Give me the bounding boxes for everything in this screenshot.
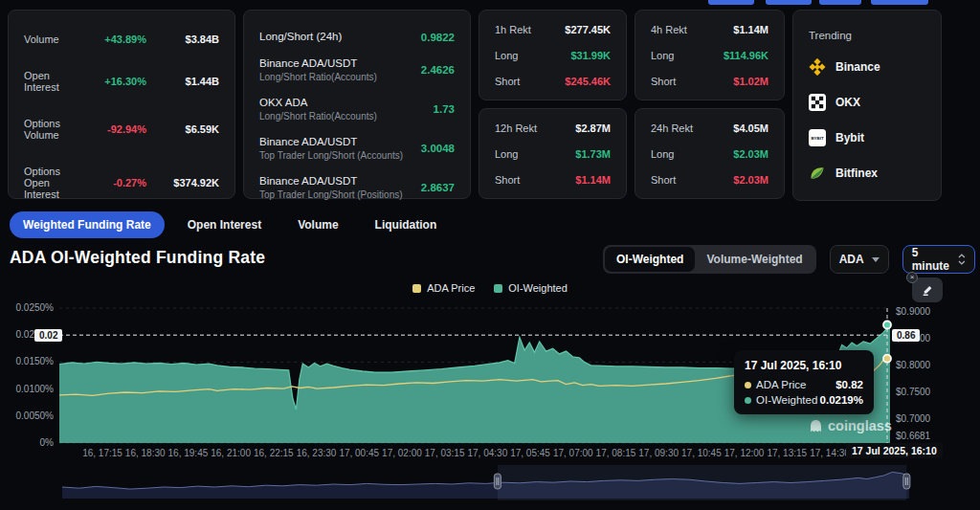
y-axis-right-tick: $0.6681 [896, 431, 931, 441]
watermark-text: coinglass [828, 418, 892, 433]
x-axis-tick: 17, 08:15 [596, 448, 636, 458]
y-axis-right-tick: $0.9000 [896, 306, 931, 317]
y-axis-left-tick: 0.0250% [16, 302, 55, 313]
tooltip-series-dot [745, 397, 751, 404]
navigator-selection[interactable] [498, 465, 906, 500]
x-axis-tick: 17, 13:15 [767, 448, 807, 458]
x-axis-tick: 17, 10:45 [681, 448, 722, 458]
y-axis-right-tick: $0.7000 [896, 413, 931, 424]
y-axis-right-tick: $0.7500 [896, 387, 931, 397]
x-axis-tick: 17, 09:30 [638, 448, 679, 458]
tooltip-series-value: 0.0219% [820, 394, 863, 406]
dashboard: Volume+43.89%$3.84BOpen Interest+16.30%$… [0, 0, 980, 510]
tooltip-title: 17 Jul 2025, 16:10 [745, 359, 863, 372]
crosshair-left-value: 0.02 [34, 329, 62, 342]
x-axis-tick: 17, 03:15 [425, 448, 465, 458]
x-axis-tick: 16, 22:15 [254, 448, 294, 458]
series-end-dot-ada-price [883, 355, 891, 363]
x-axis-tick: 16, 17:15 [82, 448, 122, 458]
x-axis-tick: 17, 04:30 [467, 448, 507, 458]
tooltip-row-oi-weighted: OI-Weighted0.0219% [745, 394, 863, 406]
x-axis-tick: 17, 14:30 [810, 448, 850, 458]
x-axis-tick: 16, 23:30 [297, 448, 337, 458]
series-end-dot-oi-weighted [883, 321, 891, 328]
x-axis-tick: 16, 18:30 [125, 448, 166, 458]
chart-tooltip: 17 Jul 2025, 16:10 ADA Price$0.82OI-Weig… [734, 350, 874, 414]
tooltip-series-value: $0.82 [835, 379, 863, 390]
x-axis-tick: 16, 21:00 [211, 448, 251, 458]
navigator-handle-left[interactable] [494, 474, 501, 489]
y-axis-left-tick: 0.0100% [16, 384, 55, 394]
navigator-handle-right[interactable] [903, 474, 910, 489]
tooltip-series-label: OI-Weighted [756, 394, 817, 406]
y-axis-left-tick: 0.0150% [16, 356, 55, 366]
funding-rate-chart[interactable]: 0%0.0050%0.0100%0.0150%0.0200%0.0250%$0.… [0, 0, 980, 510]
tooltip-row-ada-price: ADA Price$0.82 [745, 379, 863, 390]
x-axis-tick: 17, 12:00 [724, 448, 765, 458]
x-axis-tick: 17, 05:45 [510, 448, 550, 458]
x-axis-tick: 17, 07:00 [553, 448, 593, 458]
x-axis-tick: 17, 02:00 [382, 448, 422, 458]
watermark: coinglass [809, 418, 892, 433]
y-axis-right-tick: $0.8000 [896, 360, 931, 370]
y-axis-left-tick: 0% [40, 437, 55, 448]
x-axis-tick: 16, 19:45 [168, 448, 209, 458]
x-axis-tick: 17, 00:45 [339, 448, 379, 458]
crosshair-date-label: 17 Jul 2025, 16:10 [846, 443, 943, 458]
coinglass-logo-icon [809, 419, 823, 433]
y-axis-left-tick: 0.0050% [16, 410, 55, 421]
tooltip-series-label: ADA Price [756, 379, 806, 390]
crosshair-right-value: 0.86 [892, 329, 920, 342]
tooltip-series-dot [745, 382, 751, 388]
